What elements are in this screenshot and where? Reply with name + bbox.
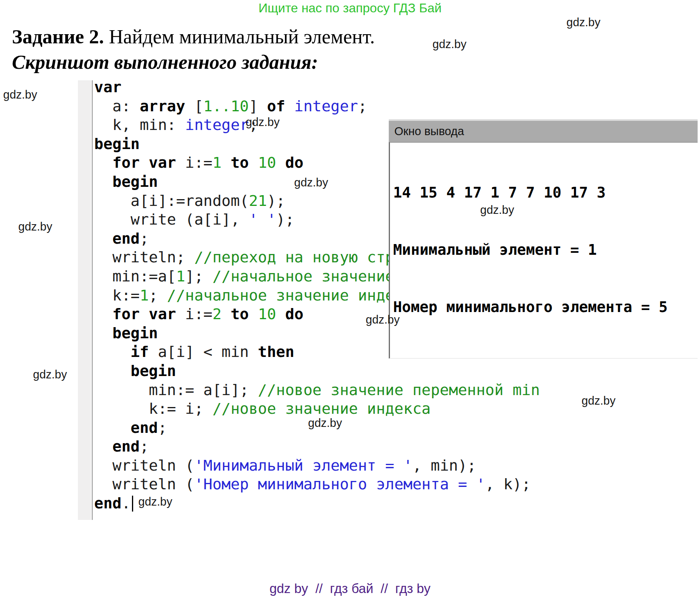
code-token-txt	[249, 154, 258, 171]
code-token-txt: write (a[i],	[94, 211, 249, 228]
code-line: writeln ('Номер минимального элемента = …	[94, 475, 622, 494]
gdz-watermark: gdz.by	[432, 38, 466, 51]
code-token-str: 'Минимальный элемент = '	[194, 457, 413, 474]
code-token-txt	[94, 343, 131, 361]
gdz-watermark: gdz.by	[33, 368, 67, 381]
code-token-kw: do	[285, 305, 304, 323]
code-token-kw: array	[140, 97, 185, 115]
code-token-txt: [	[185, 97, 204, 115]
code-token-kw: end	[112, 230, 140, 247]
output-line: Минимальный элемент = 1	[393, 240, 698, 260]
code-token-kw: begin	[94, 135, 140, 153]
code-token-txt	[140, 305, 149, 323]
code-token-com: //новое значение переменной min	[258, 381, 540, 399]
code-token-txt	[94, 173, 112, 190]
code-line: var	[94, 78, 622, 97]
code-token-txt: writeln (	[94, 457, 194, 474]
code-token-txt	[94, 419, 131, 436]
code-token-kw: begin	[131, 362, 176, 380]
output-line: Номер минимального элемента = 5	[393, 298, 698, 317]
code-token-com: //новое значение индекса	[212, 400, 430, 417]
code-token-kw: begin	[112, 173, 158, 190]
code-token-kw: do	[285, 154, 304, 171]
code-line: a: array [1..10] of integer;	[94, 97, 622, 116]
code-token-txt: writeln;	[94, 248, 194, 266]
code-token-txt	[140, 154, 149, 171]
code-token-num: 1..10	[204, 97, 249, 115]
code-token-kw: if	[131, 343, 149, 361]
output-window-title: Окно вывода	[394, 125, 464, 138]
code-token-txt: ;	[140, 438, 149, 455]
code-token-txt	[276, 305, 285, 323]
task-title: Найдем минимальный элемент.	[104, 25, 375, 48]
code-token-kw: end	[131, 419, 158, 436]
code-line: end;	[94, 437, 622, 456]
code-line: end.	[94, 494, 622, 513]
screenshot-subheading: Скриншот выполненного задания:	[12, 50, 318, 74]
code-token-num: 1	[140, 287, 149, 304]
code-token-txt	[94, 324, 112, 342]
footer-tags: gdz by // гдз бай // гдз by	[0, 581, 700, 596]
code-token-txt: writeln (	[94, 475, 194, 493]
code-token-txt: ];	[185, 268, 213, 285]
code-line: writeln ('Минимальный элемент = ', min);	[94, 456, 622, 475]
gdz-watermark: gdz.by	[582, 394, 615, 407]
code-token-kw: then	[258, 343, 295, 361]
code-token-txt: );	[276, 211, 295, 228]
code-token-txt	[94, 230, 112, 247]
text-cursor	[132, 496, 133, 512]
code-token-txt	[285, 97, 294, 115]
task-heading: Задание 2. Найдем минимальный элемент.	[12, 25, 375, 48]
code-token-txt	[221, 305, 231, 323]
output-window-content: 14 15 4 17 1 7 7 10 17 3 Минимальный эле…	[389, 142, 698, 359]
code-token-txt: ;	[158, 419, 167, 436]
code-token-kw: end	[112, 438, 140, 455]
code-token-txt	[94, 154, 112, 171]
code-token-txt	[276, 154, 285, 171]
gdz-watermark: gdz.by	[566, 16, 600, 29]
code-token-txt: min:= a[i];	[94, 381, 258, 399]
code-token-kw: for	[112, 154, 140, 171]
code-token-txt: ;	[140, 230, 149, 247]
code-token-num: 10	[258, 305, 276, 323]
editor-gutter-border	[92, 80, 93, 520]
code-token-kw: end	[94, 494, 122, 512]
code-token-kw: to	[231, 154, 249, 171]
gdz-watermark: gdz.by	[308, 417, 342, 430]
output-window: Окно вывода 14 15 4 17 1 7 7 10 17 3 Мин…	[389, 119, 698, 359]
code-token-txt: k:= i;	[94, 400, 212, 417]
code-token-txt: a[i] < min	[149, 343, 258, 361]
code-token-str: ' '	[249, 211, 276, 228]
code-token-typ: integer	[185, 116, 249, 134]
code-token-kw: var	[149, 305, 176, 323]
code-token-txt: , k);	[485, 475, 531, 493]
code-line: k:= i; //новое значение индекса	[94, 399, 622, 419]
gdz-watermark: gdz.by	[480, 204, 514, 217]
code-token-str: 'Номер минимального элемента = '	[194, 475, 485, 493]
code-token-num: 1	[212, 154, 221, 171]
code-token-txt	[249, 305, 258, 323]
output-line: 14 15 4 17 1 7 7 10 17 3	[393, 183, 698, 202]
gdz-watermark: gdz.by	[366, 313, 399, 326]
code-token-txt: k:=	[94, 287, 140, 304]
code-token-kw: of	[267, 97, 285, 115]
code-line: min:= a[i]; //новое значение переменной …	[94, 381, 622, 400]
code-token-txt	[94, 305, 112, 323]
code-token-kw: begin	[112, 324, 158, 342]
code-line: begin	[94, 362, 622, 381]
code-token-num: 1	[176, 268, 185, 285]
task-number: Задание 2.	[12, 25, 104, 48]
code-token-num: 2	[212, 305, 221, 323]
code-token-kw: for	[112, 305, 140, 323]
gdz-watermark: gdz.by	[246, 116, 279, 129]
solution-page: Ищите нас по запросу ГДЗ Бай Задание 2. …	[0, 0, 700, 599]
code-token-txt	[94, 362, 131, 380]
code-token-txt: ]	[249, 97, 267, 115]
code-token-txt: i:=	[176, 154, 213, 171]
code-token-txt	[221, 154, 231, 171]
editor-gutter	[78, 80, 91, 520]
gdz-watermark: gdz.by	[294, 176, 328, 189]
code-token-typ: integer	[294, 97, 358, 115]
code-token-txt: .	[122, 494, 131, 512]
code-token-txt: ;	[149, 287, 167, 304]
